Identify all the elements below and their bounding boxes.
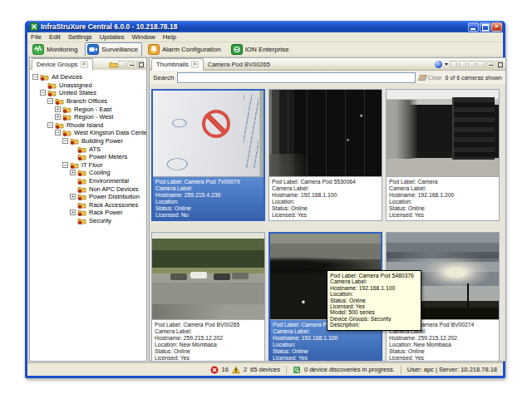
tree-item-all-devices[interactable]: −All Devices [30,73,146,81]
tree-item-label: Security [89,217,111,224]
camera-thumbnail-parking-lot[interactable] [152,233,264,320]
caption-status: Status: Online [389,348,496,355]
device-groups-tab[interactable]: Device Groups × [32,58,93,71]
expand-icon[interactable]: + [70,209,76,215]
maximize-icon[interactable] [480,22,490,32]
chevron-down-icon[interactable] [445,63,448,66]
tree-item-rack-accessories[interactable]: Rack Accessories [30,201,146,209]
close-tab-icon[interactable]: × [81,61,88,68]
camera-card[interactable]: Pod Label: Camera Pod 5530064Camera Labe… [268,89,382,221]
tree-item-building-power[interactable]: −Building Power [30,137,146,145]
tree-item-rack-power[interactable]: +Rack Power [30,209,146,217]
tree-item-branch-offices[interactable]: −Branch Offices [30,97,146,106]
menu-help[interactable]: Help [163,33,176,41]
collapse-icon[interactable]: − [32,74,38,80]
caption-licensed: Licensed: Yes [273,355,378,362]
search-input[interactable] [177,72,415,83]
tree-item-region-east[interactable]: +Region - East [30,105,146,113]
list-view-icon[interactable] [468,61,475,68]
camera-card[interactable]: Pod Label: CameraCamera Label:Hostname: … [386,89,500,221]
new-group-icon[interactable] [109,61,116,68]
title-bar[interactable]: InfraStruXure Central 6.0.0 - 10.218.78.… [27,21,503,32]
monitoring-button[interactable]: Monitoring [30,42,81,57]
device-count: 65 devices [250,366,280,373]
refresh-icon[interactable] [450,61,457,68]
maximize-view-icon[interactable] [495,61,503,68]
tree-item-label: IT Floor [81,161,103,169]
tree-item-region-west[interactable]: +Region - West [30,113,146,121]
folder-alarm-icon [70,137,79,145]
warning-icon[interactable] [232,366,240,374]
camera-view-menu-icon[interactable] [435,61,442,68]
filter-icon[interactable] [118,61,126,68]
discovery-status: 0 device discoveries in progress. [304,366,395,373]
folder-alarm-icon [77,201,86,209]
tree-item-west-kingston-data-center[interactable]: −West Kingston Data Center [30,129,146,137]
camera-card[interactable]: Pod Label: Camera Pod BV00265Camera Labe… [151,232,265,362]
caption-status: Status: Online [273,348,378,355]
close-tab-icon[interactable]: × [191,61,199,68]
caption-licensed: Licensed: Yes [272,212,379,219]
tree-item-ats[interactable]: ATS [30,145,146,153]
collapse-icon[interactable]: − [47,122,53,128]
tree-item-it-floor[interactable]: −IT Floor [30,161,146,170]
tree-item-power-meters[interactable]: Power Meters [30,153,146,161]
expand-icon[interactable]: + [70,170,76,175]
tree-item-united-states[interactable]: −United States [30,89,146,97]
minimize-view-icon[interactable] [486,61,494,68]
tree-item-security[interactable]: Security [30,217,146,225]
menu-window[interactable]: Window [131,33,155,41]
camera-thumbnail-server-room[interactable] [387,90,499,177]
app-window: InfraStruXure Central 6.0.0 - 10.218.78.… [25,21,505,378]
tree-item-cooling[interactable]: +Cooling [30,169,146,177]
menu-updates[interactable]: Updates [100,33,125,41]
tab-camera-pod[interactable]: Camera Pod BV00265 [204,59,274,70]
minimize-view-icon[interactable] [127,61,135,68]
camera-card[interactable]: Pod Label: Camera Pod 7V00079Camera Labe… [151,89,265,221]
collapse-icon[interactable]: − [62,162,68,168]
menu-settings[interactable]: Settings [68,33,92,41]
tooltip-location: Location: [330,291,418,297]
tooltip-camera-label: Camera Label: [330,278,418,284]
tooltip-device-groups: Device Groups: Security [330,316,418,322]
tree-item-rhode-island[interactable]: −Rhode Island [30,121,146,130]
tab-thumbnails[interactable]: Thumbnails × [151,58,204,71]
caption-pod-label: Pod Label: Camera Pod BV00265 [155,322,262,328]
tree-item-label: West Kingston Data Center [74,129,146,136]
menu-file[interactable]: File [31,33,42,41]
clear-search-button[interactable]: Clear [419,75,442,81]
surveillance-button[interactable]: Surveillance [85,42,142,57]
collapse-icon[interactable]: − [40,90,46,96]
expand-icon[interactable]: + [55,114,61,120]
ion-enterprise-icon [231,44,243,55]
save-image-icon[interactable] [477,61,485,68]
warning-count: 2 [244,366,247,373]
close-icon[interactable]: × [491,22,502,32]
tree-item-environmental[interactable]: Environmental [30,177,146,185]
camera-thumbnail-server-racks-dark[interactable] [269,90,382,177]
alarm-configuration-button[interactable]: Alarm Configuration [145,42,225,57]
minimize-icon[interactable] [468,22,479,32]
tree-item-power-distribution[interactable]: +Power Distribution [30,193,146,201]
tooltip-status: Status: Online [330,298,418,303]
caption-pod-label: Pod Label: Camera Pod 7V00079 [155,179,261,185]
tile-view-icon[interactable] [459,61,466,68]
tree-item-non-apc-devices[interactable]: Non APC Devices [30,185,146,193]
screen: InfraStruXure Central 6.0.0 - 10.218.78.… [0,0,532,399]
caption-location: Location: [155,199,261,205]
collapse-icon[interactable]: − [47,98,53,104]
camera-caption: Pod Label: Camera Pod 5530064Camera Labe… [269,177,382,220]
collapse-icon[interactable]: − [62,138,68,144]
camera-thumbnail-whiteboard[interactable] [153,91,264,177]
collapse-icon[interactable]: − [55,130,61,135]
maximize-view-icon[interactable] [136,61,144,68]
tree-item-unassigned[interactable]: Unassigned [30,81,146,90]
expand-icon[interactable]: + [70,194,76,200]
ion-enterprise-button[interactable]: ION Enterprise [229,42,293,57]
menu-edit[interactable]: Edit [49,33,61,41]
expand-icon[interactable]: + [55,106,61,112]
caption-licensed: Licensed: Yes [155,355,262,362]
caption-camera-label: Camera Label: [389,185,496,192]
error-icon[interactable] [210,366,219,374]
folder-alarm-icon [77,177,86,185]
